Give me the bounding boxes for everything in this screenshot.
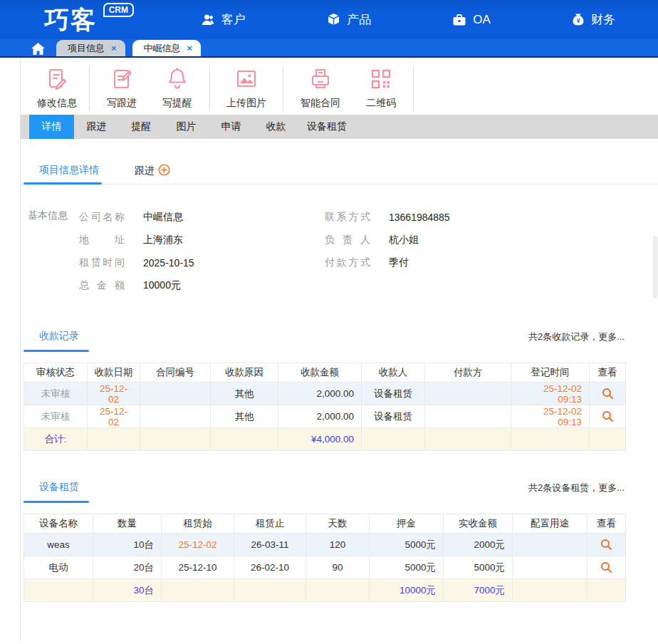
logo-text: 巧客 <box>44 6 97 33</box>
cell-payment-reason: 其他 <box>211 405 278 428</box>
cell-payment-amount: 2,000.00 <box>278 405 362 428</box>
subtab-project-detail[interactable]: 项目信息详情 <box>21 157 112 185</box>
logo-crm-badge: CRM <box>103 3 134 17</box>
col-header: 配置用途 <box>513 514 588 534</box>
product-icon <box>327 13 340 26</box>
cell-received: 2000元 <box>444 534 513 556</box>
toolbar-label: 修改信息 <box>37 97 77 110</box>
col-header: 租赁始 <box>162 514 234 534</box>
rentals-section-title[interactable]: 设备租赁 <box>21 481 79 503</box>
tab-payment[interactable]: 收款 <box>254 115 298 139</box>
rentals-section-header: 设备租赁 共2条设备租赁，更多... <box>21 481 658 503</box>
col-header: 收款日期 <box>88 363 140 383</box>
payments-table: 审核状态 收款日期 合同编号 收款原因 收款金额 收款人 付款方 登记时间 查看… <box>24 363 626 451</box>
col-header: 收款人 <box>362 363 425 383</box>
tab-reminder[interactable]: 提醒 <box>119 115 164 139</box>
tab-followup[interactable]: 跟进 <box>74 115 119 139</box>
smart-contract-icon <box>308 66 333 92</box>
magnifier-icon <box>602 410 614 422</box>
col-header: 实收金额 <box>444 514 513 534</box>
app-logo[interactable]: 巧客 CRM <box>44 7 97 32</box>
window-tab-zhongjue-info[interactable]: 中崛信息 × <box>132 40 202 56</box>
table-row: 未审核 25-12-02 其他 2,000.00 设备租赁 25-12-02 0… <box>24 383 626 405</box>
cell-audit-status: 未审核 <box>24 383 88 405</box>
col-header: 合同编号 <box>140 363 211 383</box>
magnifier-icon <box>600 561 612 573</box>
view-record-button[interactable] <box>588 556 626 579</box>
nav-item-customers[interactable]: 客户 <box>201 11 246 28</box>
payments-section-title[interactable]: 收款记录 <box>21 330 79 352</box>
magnifier-icon <box>600 539 612 551</box>
tab-label: 项目信息 <box>68 42 105 55</box>
top-bar: 巧客 CRM 客户 产品 OA ¥ 财务 <box>0 0 658 39</box>
payments-header-row: 审核状态 收款日期 合同编号 收款原因 收款金额 收款人 付款方 登记时间 查看 <box>24 363 626 383</box>
main-nav: 客户 产品 OA ¥ 财务 <box>201 0 615 39</box>
tab-label: 中崛信息 <box>144 42 181 55</box>
field-label: 总金额 <box>79 279 125 292</box>
rentals-more-link[interactable]: 共2条设备租赁，更多... <box>528 482 625 493</box>
toolbar-divider <box>413 66 414 110</box>
col-header: 押金 <box>370 514 444 534</box>
col-header: 查看 <box>590 363 626 383</box>
cell-rental-start: 25-12-02 <box>162 534 234 556</box>
field-value: 杭小姐 <box>389 234 419 246</box>
cell-payment-reason: 其他 <box>211 383 278 405</box>
field-label: 联系方式 <box>325 211 370 224</box>
qrcode-button[interactable]: 二维码 <box>353 63 409 115</box>
write-reminder-button[interactable]: 写提醒 <box>150 63 205 115</box>
total-received: 7000元 <box>444 579 513 602</box>
payments-more-link[interactable]: 共2条收款记录，更多... <box>528 331 625 342</box>
info-row-address: 地址上海浦东 <box>79 229 194 251</box>
home-icon[interactable] <box>31 43 45 55</box>
nav-item-finance[interactable]: ¥ 财务 <box>572 11 615 28</box>
edit-info-button[interactable]: 修改信息 <box>29 63 85 115</box>
cell-device-name: weas <box>24 534 93 556</box>
col-header: 设备名称 <box>24 514 93 534</box>
field-label: 公司名称 <box>79 211 125 224</box>
cell-device-name: 电动 <box>24 556 93 579</box>
page-content: 修改信息 写跟进 写提醒 上传图片 智能合同 <box>20 58 658 642</box>
col-header: 登记时间 <box>511 363 590 383</box>
info-row-company: 公司名称中崛信息 <box>79 206 194 229</box>
view-record-button[interactable] <box>590 383 626 405</box>
cell-days: 120 <box>306 534 370 556</box>
subtab-followup[interactable]: 跟进 <box>135 164 170 178</box>
view-record-button[interactable] <box>588 534 626 556</box>
upload-image-icon <box>234 66 259 92</box>
customer-icon <box>201 14 215 26</box>
close-icon[interactable]: × <box>187 43 193 53</box>
toolbar-divider <box>209 66 210 110</box>
table-row: weas 10台 25-12-02 26-03-11 120 5000元 200… <box>24 534 626 556</box>
field-label: 租赁时间 <box>79 256 125 269</box>
rentals-total-row: 30台 10000元 7000元 <box>24 579 626 602</box>
cell-rental-end: 26-03-11 <box>234 534 306 556</box>
qrcode-icon <box>368 66 394 92</box>
close-icon[interactable]: × <box>111 43 117 53</box>
view-record-button[interactable] <box>590 405 626 428</box>
write-followup-button[interactable]: 写跟进 <box>94 63 150 115</box>
scrollbar-thumb[interactable] <box>653 236 657 298</box>
smart-contract-button[interactable]: 智能合同 <box>288 63 353 115</box>
nav-item-oa[interactable]: OA <box>452 13 491 27</box>
window-tab-project-info[interactable]: 项目信息 × <box>56 40 125 56</box>
rentals-summary: 共2条设备租赁，更多... <box>528 482 625 503</box>
total-deposit: 10000元 <box>370 579 444 602</box>
tab-application[interactable]: 申请 <box>209 115 254 139</box>
col-header: 数量 <box>93 514 162 534</box>
plus-circle-icon[interactable] <box>158 164 170 178</box>
tab-images[interactable]: 图片 <box>164 115 209 139</box>
upload-image-button[interactable]: 上传图片 <box>214 63 278 115</box>
detail-tab-strip: 详情 跟进 提醒 图片 申请 收款 设备租赁 <box>21 115 658 139</box>
tab-label: 跟进 <box>87 120 107 133</box>
field-value: 2025-10-15 <box>143 257 194 269</box>
tab-equipment-rental[interactable]: 设备租赁 <box>298 115 355 139</box>
toolbar-label: 上传图片 <box>226 97 266 110</box>
briefcase-icon <box>452 14 466 26</box>
basic-info-section: 基本信息 公司名称中崛信息 地址上海浦东 租赁时间2025-10-15 总金额1… <box>21 206 658 300</box>
nav-label: 产品 <box>347 11 371 28</box>
info-row-total-amount: 总金额10000元 <box>79 274 194 297</box>
info-row-rental-time: 租赁时间2025-10-15 <box>79 251 194 274</box>
nav-item-products[interactable]: 产品 <box>327 11 371 28</box>
tab-detail[interactable]: 详情 <box>29 115 74 139</box>
basic-info-right-column: 联系方式13661984885 负责人杭小姐 付款方式季付 <box>325 206 450 274</box>
